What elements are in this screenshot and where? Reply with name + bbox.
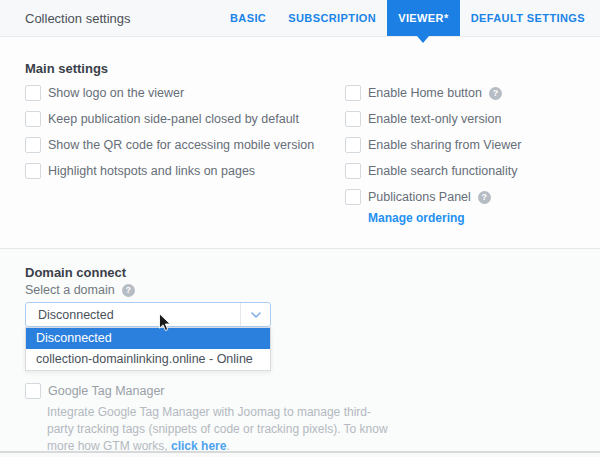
option-row: Enable search functionality [345,163,521,179]
checkbox-qr-code[interactable] [25,137,41,153]
option-label: Enable Home button [368,86,482,100]
option-label: Enable sharing from Viewer [368,138,521,152]
gtm-row: Google Tag Manager [25,383,165,399]
option-label: Publications Panel [368,190,471,204]
domain-connect-heading: Domain connect [25,265,126,280]
gtm-label: Google Tag Manager [48,384,165,398]
checkbox-search[interactable] [345,163,361,179]
main-settings-heading: Main settings [25,61,108,76]
option-row: Keep publication side-panel closed by de… [25,111,314,127]
bottom-strip [0,453,600,457]
option-label: Keep publication side-panel closed by de… [48,112,299,126]
dropdown-option-disconnected[interactable]: Disconnected [26,328,270,349]
option-row: Enable Home button ? [345,85,521,101]
tab-basic[interactable]: BASIC [219,0,277,36]
checkbox-text-only[interactable] [345,111,361,127]
domain-select-value: Disconnected [26,308,240,322]
checkbox-side-panel-closed[interactable] [25,111,41,127]
checkbox-show-logo[interactable] [25,85,41,101]
manage-ordering-link[interactable]: Manage ordering [368,211,521,225]
option-label: Enable search functionality [368,164,517,178]
tab-subscription[interactable]: SUBSCRIPTION [277,0,387,36]
tab-bar: BASIC SUBSCRIPTION VIEWER* DEFAULT SETTI… [219,0,600,36]
collection-settings-page: Collection settings BASIC SUBSCRIPTION V… [0,0,600,457]
tab-viewer[interactable]: VIEWER* [387,0,459,36]
domain-connect-section: Domain connect Select a domain ? Disconn… [0,249,600,451]
gtm-description: Integrate Google Tag Manager with Joomag… [47,404,392,455]
domain-dropdown-list: Disconnected collection-domainlinking.on… [25,327,271,371]
checkbox-sharing[interactable] [345,137,361,153]
help-icon[interactable]: ? [489,87,502,100]
option-row: Highlight hotspots and links on pages [25,163,314,179]
domain-select[interactable]: Disconnected [25,302,271,327]
option-label: Show logo on the viewer [48,86,184,100]
select-domain-label-row: Select a domain ? [25,283,135,297]
option-row: Enable sharing from Viewer [345,137,521,153]
checkbox-highlight-hotspots[interactable] [25,163,41,179]
option-label: Show the QR code for accessing mobile ve… [48,138,314,152]
option-label: Highlight hotspots and links on pages [48,164,255,178]
page-title: Collection settings [25,11,131,26]
help-icon[interactable]: ? [478,191,491,204]
select-domain-label: Select a domain [25,283,115,297]
header: Collection settings BASIC SUBSCRIPTION V… [0,0,600,37]
option-row: Show the QR code for accessing mobile ve… [25,137,314,153]
main-settings-left-column: Show logo on the viewer Keep publication… [25,85,314,189]
chevron-down-icon[interactable] [240,303,270,326]
option-label: Enable text-only version [368,112,501,126]
checkbox-home-button[interactable] [345,85,361,101]
tab-default-settings[interactable]: DEFAULT SETTINGS [460,0,596,36]
option-row: Publications Panel ? [345,189,521,205]
option-row: Show logo on the viewer [25,85,314,101]
checkbox-publications-panel[interactable] [345,189,361,205]
dropdown-option-domain[interactable]: collection-domainlinking.online - Online [26,349,270,370]
main-settings-right-column: Enable Home button ? Enable text-only ve… [345,85,521,225]
option-row: Enable text-only version [345,111,521,127]
checkbox-google-tag-manager[interactable] [25,383,41,399]
help-icon[interactable]: ? [122,284,135,297]
